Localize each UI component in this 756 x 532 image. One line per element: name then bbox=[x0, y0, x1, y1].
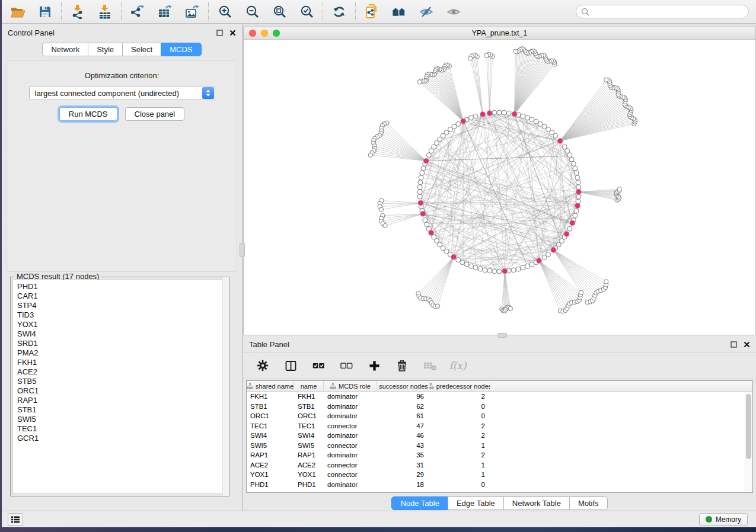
delete-column-button[interactable] bbox=[394, 358, 410, 373]
mcds-result-item[interactable]: TEC1 bbox=[17, 424, 227, 434]
mcds-result-item[interactable]: FKH1 bbox=[17, 358, 227, 367]
save-icon bbox=[39, 6, 51, 18]
import-table-button[interactable] bbox=[97, 4, 113, 20]
search-field[interactable] bbox=[576, 5, 749, 18]
table-cell: 47 bbox=[377, 421, 429, 431]
open-file-button[interactable] bbox=[10, 4, 25, 20]
mcds-result-item[interactable]: SWI4 bbox=[17, 329, 227, 339]
column-label: shared name bbox=[256, 383, 294, 390]
mcds-result-item[interactable]: YOX1 bbox=[17, 320, 227, 329]
zoom-in-button[interactable] bbox=[217, 4, 232, 20]
column-header-predecessor-nodes[interactable]: predecessor nodes bbox=[429, 381, 490, 391]
mcds-result-item[interactable]: GCR1 bbox=[17, 434, 227, 443]
close-panel-button[interactable]: Close panel bbox=[125, 107, 185, 121]
mcds-result-item[interactable]: STB5 bbox=[17, 377, 227, 386]
search-input[interactable] bbox=[592, 8, 744, 16]
mcds-result-item[interactable]: ACE2 bbox=[17, 367, 227, 377]
mcds-result-list[interactable]: PHD1CAR1STP4TID3YOX1SWI4SRD1PMA2FKH1ACE2… bbox=[12, 280, 227, 494]
mcds-tab-content: Optimization criterion: largest connecte… bbox=[7, 60, 237, 272]
vertical-splitter-handle[interactable] bbox=[240, 243, 245, 257]
table-cell: connector bbox=[324, 421, 377, 431]
criterion-dropdown-value: largest connected component (undirected) bbox=[30, 89, 180, 98]
show-columns-button[interactable] bbox=[283, 358, 298, 373]
tab-network[interactable]: Network bbox=[42, 43, 88, 56]
mcds-result-item[interactable]: RAP1 bbox=[17, 396, 227, 405]
table-cell: SWI5 bbox=[247, 441, 294, 451]
network-titlebar[interactable]: YPA_prune.txt_1 bbox=[244, 27, 755, 40]
first-neighbors-button[interactable] bbox=[391, 4, 407, 20]
table-cell: dominator bbox=[324, 431, 377, 441]
mcds-result-item[interactable]: STB1 bbox=[17, 405, 227, 415]
criterion-dropdown[interactable]: largest connected component (undirected) bbox=[29, 86, 215, 100]
table-cell: ACE2 bbox=[247, 460, 294, 470]
memory-button[interactable]: Memory bbox=[699, 513, 748, 526]
dropdown-stepper-icon bbox=[202, 87, 214, 99]
table-row[interactable]: ACE2ACE2connector311 bbox=[247, 460, 752, 470]
table-row[interactable]: FKH1FKH1dominator962 bbox=[247, 392, 752, 402]
float-window-icon[interactable] bbox=[216, 30, 223, 36]
export-table-button[interactable] bbox=[157, 4, 173, 20]
float-window-icon[interactable] bbox=[731, 341, 737, 348]
run-mcds-button[interactable]: Run MCDS bbox=[59, 107, 117, 121]
mcds-result-item[interactable]: STP4 bbox=[17, 301, 227, 310]
mcds-result-item[interactable]: PHD1 bbox=[17, 282, 227, 291]
select-all-button[interactable] bbox=[311, 358, 326, 373]
column-header-successor-nodes[interactable]: successor nodes bbox=[377, 381, 429, 391]
table-row[interactable]: RAP1RAP1dominator352 bbox=[247, 450, 752, 460]
save-session-button[interactable] bbox=[37, 4, 53, 20]
table-row[interactable]: YOX1YOX1connector291 bbox=[247, 470, 752, 480]
table-row[interactable]: SWI5SWI5connector431 bbox=[247, 441, 752, 451]
unchecked-boxes-icon bbox=[340, 361, 353, 370]
mcds-result-item[interactable]: SWI5 bbox=[17, 415, 227, 424]
delete-table-button[interactable] bbox=[422, 358, 438, 373]
close-panel-icon[interactable] bbox=[744, 341, 750, 348]
mcds-list-scrollbar[interactable] bbox=[222, 277, 229, 496]
show-all-button[interactable] bbox=[446, 4, 461, 20]
table-row[interactable]: PHD1PHD1dominator180 bbox=[247, 480, 752, 490]
task-list-button[interactable] bbox=[8, 513, 23, 526]
deselect-all-button[interactable] bbox=[339, 358, 354, 373]
column-header-mcds-role[interactable]: MCDS role bbox=[324, 381, 377, 391]
horizontal-splitter-handle[interactable] bbox=[497, 333, 507, 338]
import-network-button[interactable] bbox=[70, 4, 85, 20]
mcds-result-item[interactable]: TID3 bbox=[17, 310, 227, 320]
tab-network-table[interactable]: Network Table bbox=[503, 496, 570, 510]
table-settings-button[interactable] bbox=[255, 358, 270, 373]
close-panel-icon[interactable] bbox=[229, 30, 236, 36]
gear-icon bbox=[257, 360, 269, 371]
tab-select[interactable]: Select bbox=[122, 43, 161, 56]
mcds-result-item[interactable]: ORC1 bbox=[17, 386, 227, 396]
tab-motifs[interactable]: Motifs bbox=[569, 496, 608, 510]
function-builder-button[interactable]: f(x) bbox=[450, 358, 465, 373]
optimization-criterion-label: Optimization criterion: bbox=[7, 71, 237, 80]
column-header-name[interactable]: name bbox=[294, 381, 324, 391]
table-row[interactable]: TEC1TEC1connector472 bbox=[247, 421, 752, 431]
status-bar: Memory bbox=[2, 511, 756, 527]
tab-style[interactable]: Style bbox=[88, 43, 123, 56]
tab-node-table[interactable]: Node Table bbox=[391, 496, 448, 510]
main-toolbar bbox=[2, 0, 756, 24]
network-canvas[interactable] bbox=[244, 40, 755, 335]
mcds-result-item[interactable]: PMA2 bbox=[17, 348, 227, 358]
tab-mcds[interactable]: MCDS bbox=[161, 43, 201, 56]
table-scrollbar[interactable] bbox=[745, 392, 752, 492]
refresh-icon bbox=[333, 5, 346, 18]
zoom-selected-button[interactable] bbox=[299, 4, 314, 20]
apply-style-button[interactable] bbox=[364, 4, 379, 20]
export-network-button[interactable] bbox=[130, 4, 145, 20]
mcds-result-item[interactable]: SRD1 bbox=[17, 339, 227, 348]
refresh-button[interactable] bbox=[331, 4, 347, 20]
tab-edge-table[interactable]: Edge Table bbox=[448, 496, 504, 510]
export-image-button[interactable] bbox=[184, 4, 200, 20]
add-column-button[interactable] bbox=[366, 358, 382, 373]
zoom-fit-button[interactable] bbox=[272, 4, 287, 20]
zoom-out-button[interactable] bbox=[244, 4, 260, 20]
table-row[interactable]: STB1STB1dominator620 bbox=[247, 402, 752, 412]
table-row[interactable]: ORC1ORC1dominator610 bbox=[247, 411, 752, 421]
column-header-shared-name[interactable]: shared name bbox=[247, 381, 294, 391]
mcds-result-item[interactable]: CAR1 bbox=[17, 291, 227, 301]
table-scrollbar-thumb[interactable] bbox=[746, 394, 751, 459]
table-row[interactable]: SWI4SWI4dominator462 bbox=[247, 431, 752, 441]
zoom-fit-icon bbox=[273, 5, 286, 18]
hide-selected-button[interactable] bbox=[419, 4, 434, 20]
